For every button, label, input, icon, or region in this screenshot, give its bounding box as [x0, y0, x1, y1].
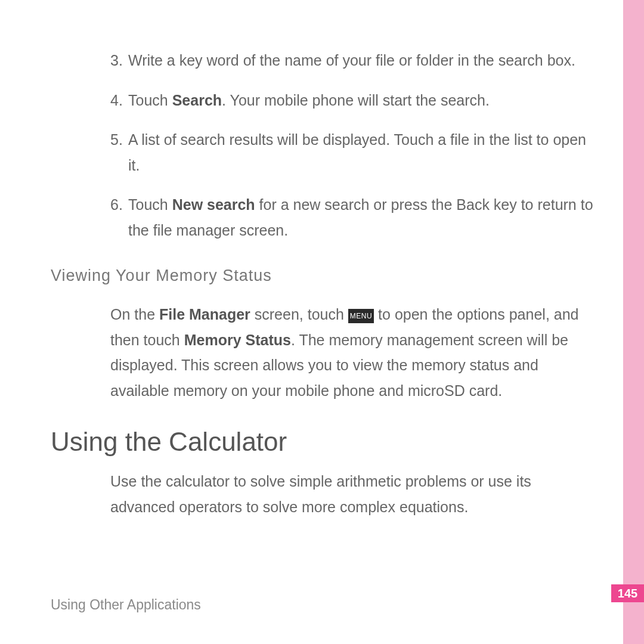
page-content: Write a key word of the name of your fil…	[51, 48, 593, 536]
memory-paragraph: On the File Manager screen, touch MENU t…	[51, 302, 593, 403]
manual-page: Write a key word of the name of your fil…	[0, 0, 644, 644]
menu-icon: MENU	[348, 309, 374, 323]
section-heading-calculator: Using the Calculator	[51, 427, 593, 457]
step-text-pre: Touch	[128, 196, 172, 213]
step-bold: New search	[172, 196, 255, 213]
step-text: Write a key word of the name of your fil…	[128, 52, 575, 69]
para-bold-2: Memory Status	[184, 332, 291, 348]
step-list: Write a key word of the name of your fil…	[51, 48, 593, 243]
side-stripe	[623, 0, 644, 644]
step-6: Touch New search for a new search or pre…	[51, 192, 593, 243]
step-text-post: . Your mobile phone will start the searc…	[222, 92, 490, 109]
step-text-pre: Touch	[128, 92, 172, 109]
para-bold-1: File Manager	[159, 306, 250, 323]
step-text: A list of search results will be display…	[128, 131, 586, 174]
calculator-paragraph: Use the calculator to solve simple arith…	[51, 469, 593, 519]
step-bold: Search	[172, 92, 222, 109]
para-mid1: screen, touch	[250, 306, 348, 323]
footer-chapter-title: Using Other Applications	[51, 597, 201, 613]
subheading-memory-status: Viewing Your Memory Status	[51, 267, 593, 285]
step-3: Write a key word of the name of your fil…	[51, 48, 593, 73]
step-5: A list of search results will be display…	[51, 127, 593, 178]
para-pre: On the	[110, 306, 159, 323]
step-4: Touch Search. Your mobile phone will sta…	[51, 88, 593, 113]
page-number-tab: 145	[611, 584, 644, 602]
